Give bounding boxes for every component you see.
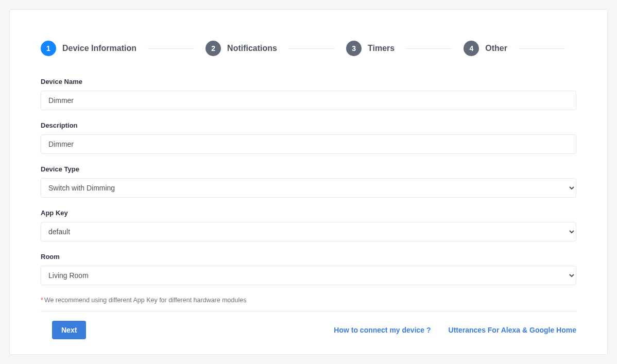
app-key-label: App Key bbox=[41, 209, 576, 217]
form-group-room: Room Living Room bbox=[41, 253, 576, 285]
form-group-description: Description bbox=[41, 122, 576, 154]
device-name-input[interactable] bbox=[41, 91, 576, 110]
next-button[interactable]: Next bbox=[52, 321, 86, 339]
step-label-1: Device Information bbox=[62, 44, 136, 53]
step-divider bbox=[519, 48, 565, 49]
description-label: Description bbox=[41, 122, 576, 129]
step-number-4: 4 bbox=[464, 41, 479, 56]
step-notifications[interactable]: 2 Notifications bbox=[205, 41, 277, 56]
step-divider bbox=[288, 48, 335, 49]
step-divider bbox=[406, 48, 452, 49]
step-number-1: 1 bbox=[41, 41, 56, 56]
stepper: 1 Device Information 2 Notifications 3 T… bbox=[41, 41, 576, 56]
form-group-app-key: App Key default bbox=[41, 209, 576, 241]
form-group-device-name: Device Name bbox=[41, 78, 576, 110]
app-key-hint: *We recommend using different App Key fo… bbox=[41, 297, 576, 311]
footer-links: How to connect my device ? Utterances Fo… bbox=[334, 326, 576, 334]
step-timers[interactable]: 3 Timers bbox=[346, 41, 395, 56]
device-type-label: Device Type bbox=[41, 165, 576, 173]
step-divider bbox=[148, 48, 194, 49]
room-select[interactable]: Living Room bbox=[41, 266, 576, 285]
asterisk-icon: * bbox=[41, 297, 43, 304]
step-label-4: Other bbox=[485, 44, 507, 53]
step-number-2: 2 bbox=[205, 41, 221, 56]
device-name-label: Device Name bbox=[41, 78, 576, 85]
hint-message: We recommend using different App Key for… bbox=[44, 297, 247, 304]
step-number-3: 3 bbox=[346, 41, 362, 56]
step-label-2: Notifications bbox=[227, 44, 277, 53]
form-group-device-type: Device Type Switch with Dimming bbox=[41, 165, 576, 198]
app-key-select[interactable]: default bbox=[41, 222, 576, 241]
footer-row: Next How to connect my device ? Utteranc… bbox=[41, 321, 576, 339]
description-input[interactable] bbox=[41, 134, 576, 154]
step-label-3: Timers bbox=[368, 44, 395, 53]
device-type-select[interactable]: Switch with Dimming bbox=[41, 178, 576, 198]
room-label: Room bbox=[41, 253, 576, 261]
step-device-information[interactable]: 1 Device Information bbox=[41, 41, 136, 56]
how-to-connect-link[interactable]: How to connect my device ? bbox=[334, 326, 431, 334]
utterances-link[interactable]: Utterances For Alexa & Google Home bbox=[449, 326, 576, 334]
wizard-card: 1 Device Information 2 Notifications 3 T… bbox=[9, 9, 608, 355]
step-other[interactable]: 4 Other bbox=[464, 41, 507, 56]
